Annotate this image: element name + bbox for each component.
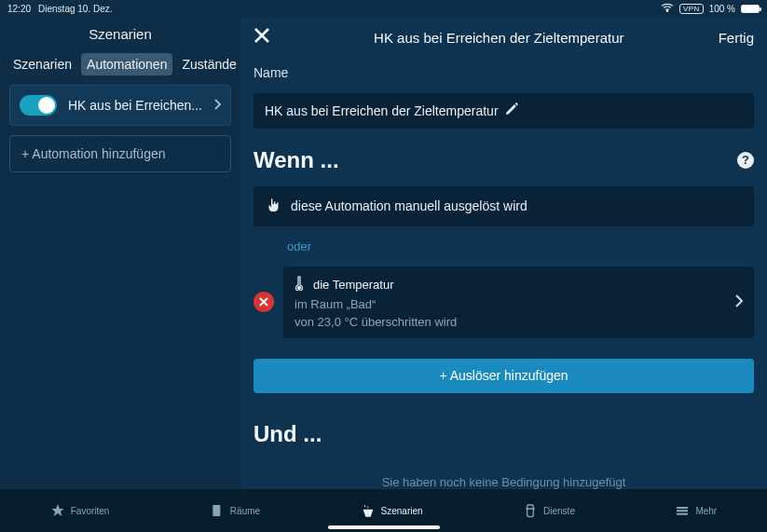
sidebar: Szenarien Szenarien Automationen Zuständ… [0, 17, 240, 489]
status-time: 12:20 [7, 4, 31, 14]
tab-scenarios[interactable]: Szenarien [7, 53, 77, 75]
sidebar-title: Szenarien [0, 17, 240, 53]
name-label: Name [253, 58, 754, 80]
vpn-badge: VPN [679, 4, 704, 14]
tab-scenarios[interactable]: Szenarien [361, 503, 423, 518]
und-heading: Und ... [253, 406, 754, 447]
status-date: Dienstag 10. Dez. [38, 4, 113, 14]
chevron-right-icon [213, 97, 221, 114]
tab-favorites-label: Favoriten [71, 506, 110, 516]
toggle-switch[interactable] [20, 95, 57, 116]
trigger-row: die Temperatur im Raum „Bad“ von 23,0 °C… [253, 266, 754, 338]
manual-trigger-label: diese Automation manuell ausgelöst wird [291, 198, 527, 213]
detail-title: HK aus bei Erreichen der Zieltemperatur [280, 30, 719, 46]
automation-item-label: HK aus bei Erreichen... [68, 98, 202, 113]
tab-states[interactable]: Zustände [176, 53, 241, 75]
trigger-line2: im Raum „Bad“ [294, 297, 725, 311]
delete-trigger-button[interactable] [253, 292, 274, 312]
pencil-icon[interactable] [504, 102, 744, 119]
name-value: HK aus bei Erreichen der Zieltemperatur [265, 103, 504, 118]
or-label: oder [253, 239, 754, 253]
bottom-tab-bar: Favoriten Räume Szenarien Dienste Mehr [0, 489, 767, 532]
sidebar-tabs: Szenarien Automationen Zustände [0, 53, 240, 85]
battery-icon [741, 5, 760, 13]
temperature-trigger-card[interactable]: die Temperatur im Raum „Bad“ von 23,0 °C… [283, 266, 754, 338]
battery-pct: 100 % [709, 4, 735, 14]
wenn-heading: Wenn ... [253, 147, 339, 173]
tab-services-label: Dienste [543, 506, 575, 516]
detail-panel: HK aus bei Erreichen der Zieltemperatur … [240, 17, 767, 489]
manual-trigger-card[interactable]: diese Automation manuell ausgelöst wird [253, 186, 754, 226]
tab-automations[interactable]: Automationen [81, 53, 172, 75]
trigger-line1: die Temperatur [313, 278, 393, 292]
home-indicator [328, 525, 440, 529]
done-button[interactable]: Fertig [719, 30, 754, 46]
add-trigger-button[interactable]: + Auslöser hinzufügen [253, 359, 754, 394]
help-icon[interactable]: ? [737, 152, 754, 169]
svg-point-0 [666, 10, 667, 11]
chevron-right-icon [734, 293, 743, 312]
tab-scenarios-label: Szenarien [381, 506, 423, 516]
svg-point-1 [298, 286, 301, 289]
close-icon[interactable] [253, 25, 280, 49]
tab-services[interactable]: Dienste [523, 503, 575, 518]
tab-rooms[interactable]: Räume [210, 503, 260, 518]
status-bar: 12:20 Dienstag 10. Dez. VPN 100 % [0, 0, 767, 17]
add-automation-button[interactable]: + Automation hinzufügen [9, 135, 231, 172]
trigger-line3: von 23,0 °C überschritten wird [294, 315, 725, 329]
automation-list-item[interactable]: HK aus bei Erreichen... [9, 85, 231, 126]
name-field-row[interactable]: HK aus bei Erreichen der Zieltemperatur [253, 93, 754, 129]
tab-favorites[interactable]: Favoriten [50, 503, 110, 518]
tab-more-label: Mehr [695, 506, 717, 516]
no-condition-placeholder: Sie haben noch keine Bedingung hinzugefü… [253, 460, 754, 489]
thermometer-icon [294, 276, 304, 293]
tab-rooms-label: Räume [230, 506, 260, 516]
tab-more[interactable]: Mehr [675, 503, 717, 518]
wifi-icon [661, 3, 674, 14]
hand-pointer-icon [267, 198, 280, 215]
